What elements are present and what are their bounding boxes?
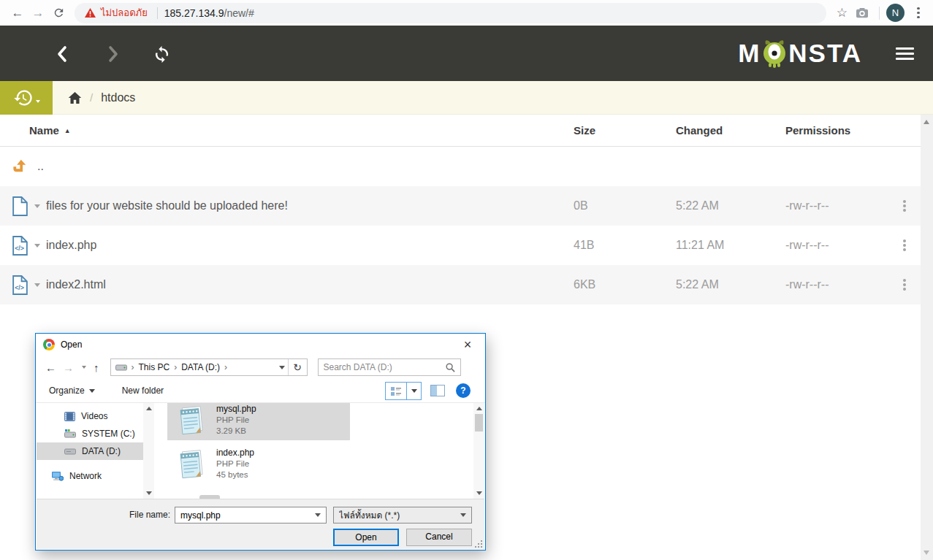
dialog-nav-bar: ← → ↑ › This PC › DATA (D:) › ↻ bbox=[36, 356, 485, 379]
dialog-file-list: mysql.php PHP File 3.29 KB bbox=[154, 403, 473, 499]
dialog-title: Open bbox=[61, 340, 82, 350]
sidebar-item-network[interactable]: Network bbox=[37, 467, 143, 485]
monsta-back-button[interactable] bbox=[53, 45, 72, 64]
column-header-permissions[interactable]: Permissions bbox=[785, 124, 888, 137]
dialog-up-button[interactable]: ↑ bbox=[94, 361, 99, 374]
sidebar-item-videos[interactable]: Videos bbox=[37, 407, 143, 425]
breadcrumb-drive[interactable]: DATA (D:) bbox=[181, 362, 220, 372]
browser-back-button[interactable]: ← bbox=[7, 3, 28, 23]
screenshot-extension-icon[interactable] bbox=[852, 3, 872, 23]
browser-reload-button[interactable] bbox=[48, 3, 69, 23]
file-tile-name: mysql.php bbox=[216, 404, 256, 415]
cancel-button[interactable]: Cancel bbox=[406, 529, 472, 546]
dialog-forward-button[interactable]: → bbox=[63, 361, 74, 374]
page-scrollbar[interactable] bbox=[921, 115, 933, 560]
view-mode-split-button[interactable] bbox=[385, 382, 422, 400]
address-breadcrumb[interactable]: › This PC › DATA (D:) › ↻ bbox=[110, 358, 308, 376]
monsta-menu-button[interactable] bbox=[896, 47, 914, 63]
file-name-combobox[interactable] bbox=[175, 507, 327, 523]
toolbar-divider bbox=[879, 7, 880, 20]
file-actions-caret-icon[interactable] bbox=[34, 204, 40, 208]
browser-toolbar: ← → ไม่ปลอดภัย 185.27.134.9/new/# ☆ N bbox=[0, 0, 933, 26]
scroll-down-arrow-icon[interactable] bbox=[924, 551, 929, 555]
monster-face-icon bbox=[761, 37, 788, 68]
dialog-close-button[interactable]: × bbox=[457, 334, 478, 355]
table-row-parent-dir[interactable]: .. bbox=[0, 147, 921, 186]
preview-pane-button[interactable] bbox=[430, 385, 445, 399]
scroll-down-arrow-icon[interactable] bbox=[476, 491, 482, 495]
monsta-forward-button[interactable] bbox=[104, 45, 123, 64]
logo-text-post: NSTA bbox=[788, 39, 862, 68]
file-tile-mysql[interactable]: mysql.php PHP File 3.29 KB bbox=[167, 403, 350, 440]
resize-grip[interactable] bbox=[475, 540, 482, 548]
organize-menu-button[interactable]: Organize bbox=[49, 386, 95, 396]
sidebar-item-system-c[interactable]: SYSTEM (C:) bbox=[37, 425, 143, 442]
breadcrumb-chevron-icon: › bbox=[174, 362, 177, 372]
address-dropdown-caret[interactable] bbox=[276, 366, 288, 369]
svg-text:</>: </> bbox=[15, 283, 24, 291]
not-secure-label[interactable]: ไม่ปลอดภัย bbox=[101, 5, 148, 20]
breadcrumb-current-folder[interactable]: htdocs bbox=[101, 91, 135, 104]
file-tile-size: 45 bytes bbox=[216, 469, 254, 480]
search-input[interactable] bbox=[324, 362, 446, 372]
file-tile-size: 3.29 KB bbox=[216, 426, 256, 437]
dialog-sidebar: Videos SYSTEM (C:) DATA (D:) Network bbox=[37, 403, 143, 499]
row-menu-button[interactable] bbox=[903, 244, 906, 247]
table-header: Name ▲ Size Changed Permissions bbox=[0, 115, 921, 147]
dialog-titlebar[interactable]: Open × bbox=[36, 334, 485, 356]
videos-icon bbox=[64, 412, 75, 421]
view-mode-button[interactable] bbox=[386, 383, 407, 399]
new-folder-button[interactable]: New folder bbox=[122, 386, 164, 396]
scroll-up-arrow-icon[interactable] bbox=[924, 120, 929, 124]
code-file-icon: </> bbox=[12, 236, 28, 256]
column-header-changed[interactable]: Changed bbox=[676, 124, 785, 137]
file-tile-index[interactable]: index.php PHP File 45 bytes bbox=[167, 444, 350, 484]
table-row-file[interactable]: </> index.php 41B 11:21 AM -rw-r--r-- bbox=[0, 226, 921, 265]
row-menu-button[interactable] bbox=[903, 204, 906, 207]
profile-avatar[interactable]: N bbox=[886, 4, 905, 22]
breadcrumb-home-button[interactable] bbox=[68, 91, 82, 104]
screen: ← → ไม่ปลอดภัย 185.27.134.9/new/# ☆ N bbox=[0, 0, 933, 560]
chrome-logo-icon bbox=[43, 339, 55, 350]
search-icon bbox=[446, 363, 455, 372]
dialog-refresh-button[interactable]: ↻ bbox=[288, 359, 307, 375]
search-box[interactable] bbox=[318, 358, 461, 376]
file-list-scrollbar[interactable] bbox=[473, 403, 484, 499]
scroll-down-arrow-icon[interactable] bbox=[146, 491, 152, 495]
view-mode-caret-button[interactable] bbox=[407, 383, 421, 399]
table-row-file[interactable]: files for your website should be uploade… bbox=[0, 186, 921, 226]
svg-text:</>: </> bbox=[15, 244, 24, 251]
table-row-file[interactable]: </> index2.html 6KB 5:22 AM -rw-r--r-- bbox=[0, 265, 921, 304]
scroll-up-arrow-icon[interactable] bbox=[146, 407, 152, 410]
address-bar[interactable]: ไม่ปลอดภัย 185.27.134.9/new/# bbox=[75, 3, 826, 23]
file-name-input[interactable] bbox=[180, 510, 311, 521]
network-icon bbox=[51, 471, 64, 481]
row-menu-button[interactable] bbox=[903, 283, 906, 286]
file-type-value: ไฟล์ทั้งหมด (*.*) bbox=[339, 508, 456, 522]
dialog-back-button[interactable]: ← bbox=[45, 361, 56, 374]
sidebar-scrollbar[interactable] bbox=[143, 403, 154, 499]
browser-forward-button[interactable]: → bbox=[28, 3, 48, 23]
dialog-command-bar: Organize New folder ? bbox=[36, 379, 485, 403]
history-dropdown-button[interactable] bbox=[0, 81, 53, 115]
camera-icon bbox=[856, 7, 869, 19]
sidebar-item-data-d[interactable]: DATA (D:) bbox=[37, 442, 143, 460]
scrollbar-thumb[interactable] bbox=[475, 414, 483, 431]
bookmark-star-icon[interactable]: ☆ bbox=[837, 5, 848, 20]
file-actions-caret-icon[interactable] bbox=[34, 283, 40, 287]
column-header-name[interactable]: Name ▲ bbox=[0, 124, 574, 137]
omnibox-divider bbox=[157, 7, 158, 19]
scroll-up-arrow-icon[interactable] bbox=[476, 407, 482, 410]
chevron-left-icon bbox=[56, 45, 68, 63]
column-header-size[interactable]: Size bbox=[574, 124, 676, 137]
breadcrumb-this-pc[interactable]: This PC bbox=[139, 362, 170, 372]
open-button[interactable]: Open bbox=[333, 529, 399, 546]
browser-menu-button[interactable] bbox=[911, 7, 926, 19]
recent-locations-caret-icon[interactable] bbox=[82, 366, 86, 369]
file-type-dropdown[interactable]: ไฟล์ทั้งหมด (*.*) bbox=[333, 507, 472, 523]
logo-text-pre: M bbox=[738, 39, 761, 68]
monsta-refresh-button[interactable] bbox=[152, 45, 171, 64]
file-actions-caret-icon[interactable] bbox=[34, 244, 40, 248]
help-button[interactable]: ? bbox=[456, 383, 471, 398]
caret-down-icon[interactable] bbox=[315, 513, 321, 517]
